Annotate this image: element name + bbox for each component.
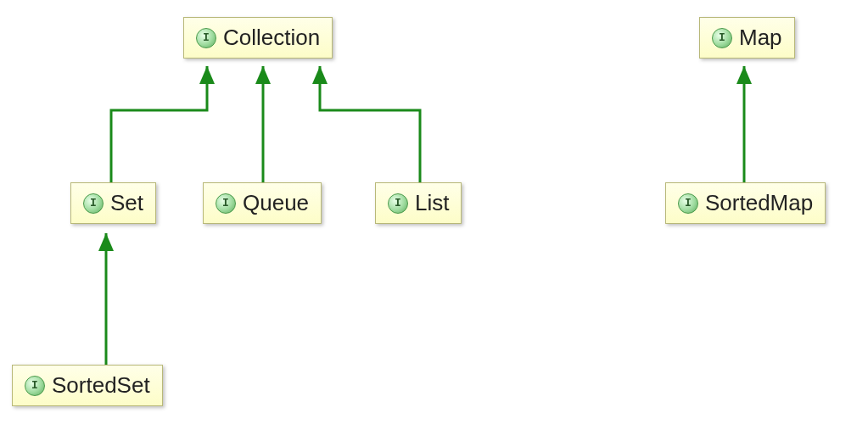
interface-icon: I	[388, 193, 408, 214]
node-label: SortedMap	[705, 190, 813, 216]
node-label: Set	[110, 190, 143, 216]
interface-icon: I	[712, 28, 732, 48]
node-label: SortedSet	[52, 372, 150, 399]
interface-icon: I	[83, 193, 104, 214]
node-list: I List	[375, 182, 462, 224]
interface-icon: I	[196, 28, 216, 48]
node-collection: I Collection	[183, 17, 333, 59]
node-sortedset: I SortedSet	[12, 365, 163, 406]
interface-icon: I	[216, 193, 236, 214]
edge-set-to-collection	[111, 66, 207, 182]
node-label: Queue	[243, 190, 309, 216]
interface-icon: I	[678, 193, 698, 214]
node-label: List	[415, 190, 449, 216]
node-set: I Set	[70, 182, 156, 224]
node-sortedmap: I SortedMap	[665, 182, 826, 224]
node-map: I Map	[699, 17, 795, 59]
edge-list-to-collection	[320, 66, 420, 182]
node-label: Map	[739, 25, 782, 51]
node-label: Collection	[223, 25, 320, 51]
interface-icon: I	[25, 376, 45, 396]
node-queue: I Queue	[203, 182, 322, 224]
